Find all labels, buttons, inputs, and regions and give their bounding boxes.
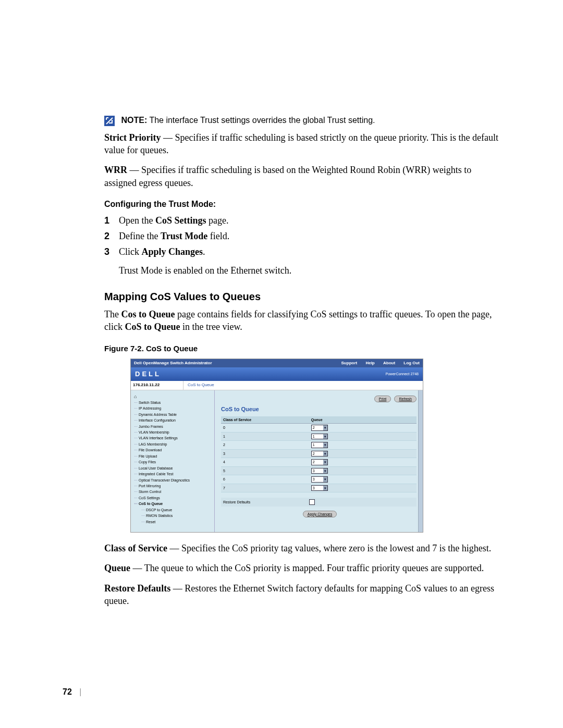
table-row: 32 xyxy=(221,449,417,458)
step-number: 2 xyxy=(104,230,109,242)
step-bold: CoS Settings xyxy=(155,215,206,226)
figure-caption: Figure 7-2. CoS to Queue xyxy=(104,343,500,354)
window-title: Dell OpenManage Switch Administrator xyxy=(134,361,212,366)
para-strict: Strict Priority — Specifies if traffic s… xyxy=(104,131,500,157)
breadcrumb: CoS to Queue xyxy=(183,381,423,390)
cell-queue: 1 xyxy=(309,441,417,449)
st-post: in the tree view. xyxy=(180,322,242,332)
note-label: NOTE: xyxy=(121,116,147,125)
tree-item[interactable]: Local User Database xyxy=(134,465,212,471)
th-cos: Class of Service xyxy=(221,416,309,424)
tree-item[interactable]: RMON Statistics xyxy=(134,513,212,519)
para-wrr: WRR — Specifies if traffic scheduling is… xyxy=(104,164,500,189)
cell-cos: 5 xyxy=(221,466,309,475)
lead-wrr: WRR xyxy=(104,165,127,175)
tree-item[interactable]: Storm Control xyxy=(134,489,212,495)
tree-item[interactable]: Switch Status xyxy=(134,400,212,405)
tree-item[interactable]: IP Addressing xyxy=(134,405,212,411)
ip-address: 176.210.11.22 xyxy=(131,381,183,390)
queue-select[interactable]: 2 xyxy=(311,459,328,465)
queue-select[interactable]: 2 xyxy=(311,451,328,456)
tree-item[interactable]: Dynamic Address Table xyxy=(134,412,212,417)
restore-label: Restore Defaults xyxy=(223,500,309,504)
step-after: Trust Mode is enabled on the Ethernet sw… xyxy=(119,264,500,277)
refresh-button[interactable]: Refresh xyxy=(394,396,417,402)
breadcrumb-row: 176.210.11.22 CoS to Queue xyxy=(131,381,423,390)
step-post: . xyxy=(203,246,205,257)
def-restore: Restore Defaults — Restores the Ethernet… xyxy=(104,582,500,608)
def-queue-text: — The queue to which the CoS priority is… xyxy=(130,563,484,573)
content-panel: Print Refresh CoS to Queue Class of Serv… xyxy=(215,390,423,532)
link-support[interactable]: Support xyxy=(341,361,358,365)
table-row: 21 xyxy=(221,441,417,449)
text-strict: — Specifies if traffic scheduling is bas… xyxy=(104,132,498,155)
cell-queue: 3 xyxy=(309,484,417,492)
tree-item[interactable]: DSCP to Queue xyxy=(134,507,212,513)
tree-item[interactable]: LAG Membership xyxy=(134,441,212,447)
note-text: The interface Trust settings overrides t… xyxy=(149,116,375,125)
panel-title: CoS to Queue xyxy=(221,405,417,413)
def-restore-lead: Restore Defaults xyxy=(104,583,170,594)
restore-checkbox[interactable] xyxy=(309,499,315,505)
tree-item[interactable]: VLAN Membership xyxy=(134,429,212,435)
tree-item[interactable]: Optical Transceiver Diagnostics xyxy=(134,477,212,483)
link-logout[interactable]: Log Out xyxy=(403,361,420,365)
step-number: 3 xyxy=(104,245,109,258)
cell-queue: 3 xyxy=(309,466,417,475)
note-icon xyxy=(104,116,115,126)
def-queue: Queue — The queue to which the CoS prior… xyxy=(104,562,500,574)
page-footer: 72 | xyxy=(63,687,81,697)
cos-queue-table: Class of Service Queue 0211213242536373 xyxy=(221,416,417,492)
step-item: 1Open the CoS Settings page. xyxy=(104,214,500,227)
print-button[interactable]: Print xyxy=(374,396,391,402)
st-b1: Cos to Queue xyxy=(121,309,175,319)
queue-select[interactable]: 1 xyxy=(311,434,328,439)
tree-item[interactable]: File Download xyxy=(134,447,212,453)
text-wrr: — Specifies if traffic scheduling is bas… xyxy=(104,165,471,188)
tree-item[interactable]: File Upload xyxy=(134,453,212,459)
cell-cos: 1 xyxy=(221,432,309,440)
tree-item[interactable]: Integrated Cable Test xyxy=(134,471,212,477)
cell-cos: 3 xyxy=(221,449,309,458)
header-links: Support Help About Log Out xyxy=(334,361,420,366)
lead-strict: Strict Priority xyxy=(104,132,161,143)
page-number: 72 xyxy=(63,687,72,696)
tree-item[interactable]: Copy Files xyxy=(134,459,212,465)
queue-select[interactable]: 2 xyxy=(311,425,328,430)
apply-changes-button[interactable]: Apply Changes xyxy=(303,511,337,517)
tree-item-active[interactable]: CoS to Queue xyxy=(134,501,212,507)
step-pre: Open the xyxy=(119,215,155,226)
cell-queue: 2 xyxy=(309,458,417,466)
queue-select[interactable]: 1 xyxy=(311,442,328,448)
cell-cos: 2 xyxy=(221,441,309,449)
def-queue-lead: Queue xyxy=(104,563,130,573)
step-pre: Click xyxy=(119,246,142,257)
table-row: 42 xyxy=(221,458,417,466)
st-b2: CoS to Queue xyxy=(125,322,180,332)
tree-item[interactable]: Interface Configuration xyxy=(134,417,212,423)
queue-select[interactable]: 3 xyxy=(311,468,328,474)
tree-item[interactable]: Port Mirroring xyxy=(134,483,212,489)
note-line: NOTE: The interface Trust settings overr… xyxy=(104,115,500,126)
dell-logo: DELL xyxy=(135,369,161,379)
link-about[interactable]: About xyxy=(383,361,395,365)
home-icon[interactable]: ⌂ xyxy=(134,393,212,400)
cell-cos: 0 xyxy=(221,424,309,432)
step-pre: Define the xyxy=(119,231,161,241)
th-queue: Queue xyxy=(309,416,417,424)
section-text: The Cos to Queue page contains fields fo… xyxy=(104,308,500,334)
queue-select[interactable]: 3 xyxy=(311,485,328,491)
link-help[interactable]: Help xyxy=(365,361,374,365)
table-row: 02 xyxy=(221,424,417,432)
tree-item[interactable]: CoS Settings xyxy=(134,495,212,501)
queue-select[interactable]: 3 xyxy=(311,476,328,482)
def-cos: Class of Service — Specifies the CoS pri… xyxy=(104,542,500,554)
section-heading: Mapping CoS Values to Queues xyxy=(104,290,500,304)
st-pre: The xyxy=(104,309,121,319)
cell-queue: 2 xyxy=(309,449,417,458)
brand-bar: DELL PowerConnect 2748 xyxy=(131,367,423,381)
tree-item[interactable]: VLAN Interface Settings xyxy=(134,435,212,441)
scrollbar[interactable] xyxy=(418,390,423,532)
tree-item[interactable]: Jumbo Frames xyxy=(134,424,212,429)
tree-item[interactable]: Reset xyxy=(134,519,212,525)
